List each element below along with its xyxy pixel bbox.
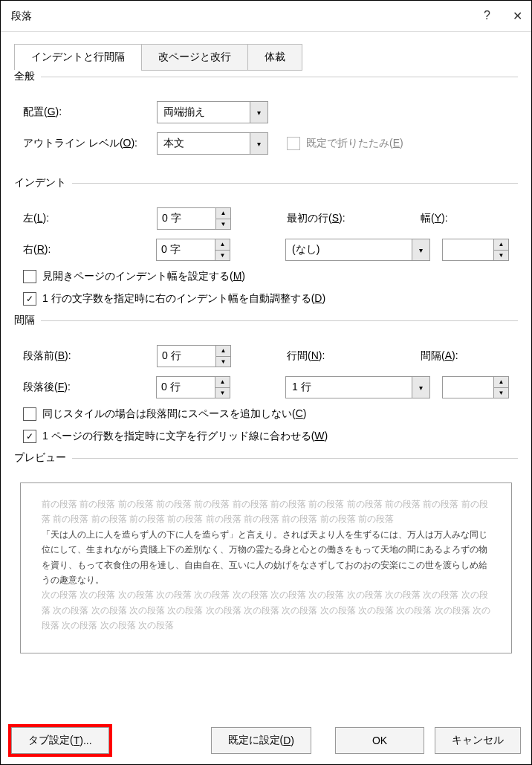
nospace-label: 同じスタイルの場合は段落間にスペースを追加しない(C) bbox=[42, 407, 306, 421]
up-arrow-icon[interactable]: ▲ bbox=[494, 239, 508, 251]
before-spinner[interactable]: 0 行 ▲▼ bbox=[157, 345, 231, 367]
alignment-select[interactable]: 両端揃え ▾ bbox=[157, 101, 268, 123]
up-arrow-icon[interactable]: ▲ bbox=[494, 377, 508, 388]
at-spinner[interactable]: ▲▼ bbox=[442, 376, 509, 398]
left-indent-spinner[interactable]: 0 字 ▲▼ bbox=[157, 207, 231, 230]
linespacing-label: 行間(N): bbox=[272, 349, 421, 363]
mirror-checkbox[interactable] bbox=[23, 270, 36, 283]
general-legend: 全般 bbox=[14, 70, 41, 83]
down-arrow-icon[interactable]: ▼ bbox=[216, 357, 230, 367]
width-spinner[interactable]: ▲▼ bbox=[442, 239, 509, 261]
after-spinner[interactable]: 0 行 ▲▼ bbox=[156, 376, 230, 398]
right-indent-spinner[interactable]: 0 字 ▲▼ bbox=[156, 239, 230, 261]
grid-label: 1 ページの行数を指定時に文字を行グリッド線に合わせる(W) bbox=[42, 430, 328, 443]
tab-format[interactable]: 体裁 bbox=[247, 44, 302, 71]
up-arrow-icon[interactable]: ▲ bbox=[215, 239, 230, 251]
nospace-checkbox[interactable] bbox=[23, 407, 36, 421]
outline-select[interactable]: 本文 ▾ bbox=[157, 132, 268, 155]
tab-page-break[interactable]: 改ページと改行 bbox=[141, 44, 248, 71]
up-arrow-icon[interactable]: ▲ bbox=[216, 346, 230, 357]
first-line-select[interactable]: (なし) ▾ bbox=[285, 239, 430, 261]
linespacing-select[interactable]: 1 行 ▾ bbox=[285, 376, 430, 398]
spacing-legend: 間隔 bbox=[14, 314, 41, 327]
alignment-label: 配置(G): bbox=[23, 106, 157, 119]
down-arrow-icon[interactable]: ▼ bbox=[494, 251, 508, 261]
preview-after: 次の段落 次の段落 次の段落 次の段落 次の段落 次の段落 次の段落 次の段落 … bbox=[42, 587, 490, 633]
preview-before: 前の段落 前の段落 前の段落 前の段落 前の段落 前の段落 前の段落 前の段落 … bbox=[42, 497, 490, 527]
help-icon[interactable]: ? bbox=[484, 9, 490, 23]
auto-indent-label: 1 行の文字数を指定時に右のインデント幅を自動調整する(D) bbox=[42, 292, 325, 306]
preview-legend: プレビュー bbox=[14, 451, 72, 465]
dialog-title: 段落 bbox=[11, 10, 32, 23]
right-label: 右(R): bbox=[23, 243, 156, 256]
up-arrow-icon[interactable]: ▲ bbox=[215, 377, 230, 388]
down-arrow-icon[interactable]: ▼ bbox=[215, 251, 230, 261]
after-label: 段落後(F): bbox=[23, 381, 156, 394]
outline-label: アウトライン レベル(O): bbox=[23, 137, 157, 150]
tab-indent-spacing[interactable]: インデントと行間隔 bbox=[14, 44, 142, 71]
width-label: 幅(Y): bbox=[421, 212, 448, 225]
default-button[interactable]: 既定に設定(D) bbox=[211, 727, 311, 754]
mirror-label: 見開きページのインデント幅を設定する(M) bbox=[42, 270, 245, 283]
cancel-button[interactable]: キャンセル bbox=[435, 727, 521, 754]
collapse-label: 既定で折りたたみ(E) bbox=[306, 137, 403, 150]
up-arrow-icon[interactable]: ▲ bbox=[216, 208, 230, 219]
indent-legend: インデント bbox=[14, 176, 72, 190]
down-arrow-icon[interactable]: ▼ bbox=[494, 388, 508, 398]
at-label: 間隔(A): bbox=[421, 349, 458, 363]
left-label: 左(L): bbox=[23, 212, 157, 225]
auto-indent-checkbox[interactable]: ✓ bbox=[23, 292, 36, 306]
first-line-label: 最初の行(S): bbox=[272, 212, 421, 225]
tab-strip: インデントと行間隔 改ページと改行 体裁 bbox=[14, 44, 518, 71]
grid-checkbox[interactable]: ✓ bbox=[23, 430, 36, 443]
before-label: 段落前(B): bbox=[23, 349, 157, 363]
chevron-down-icon: ▾ bbox=[412, 377, 429, 398]
ok-button[interactable]: OK bbox=[335, 727, 424, 754]
down-arrow-icon[interactable]: ▼ bbox=[215, 388, 230, 398]
collapse-checkbox bbox=[287, 137, 300, 150]
preview-box: 前の段落 前の段落 前の段落 前の段落 前の段落 前の段落 前の段落 前の段落 … bbox=[20, 482, 512, 653]
chevron-down-icon: ▾ bbox=[412, 239, 429, 260]
chevron-down-icon: ▾ bbox=[250, 102, 267, 123]
chevron-down-icon: ▾ bbox=[250, 133, 267, 154]
title-bar: 段落 ? ✕ bbox=[1, 1, 531, 32]
down-arrow-icon[interactable]: ▼ bbox=[216, 219, 230, 230]
tabs-button[interactable]: タブ設定(T)... bbox=[11, 727, 109, 754]
close-icon[interactable]: ✕ bbox=[513, 9, 522, 23]
preview-body: 「天は人の上に人を造らず人の下に人を造らず」と言えり。されば天より人を生ずるには… bbox=[42, 527, 490, 588]
